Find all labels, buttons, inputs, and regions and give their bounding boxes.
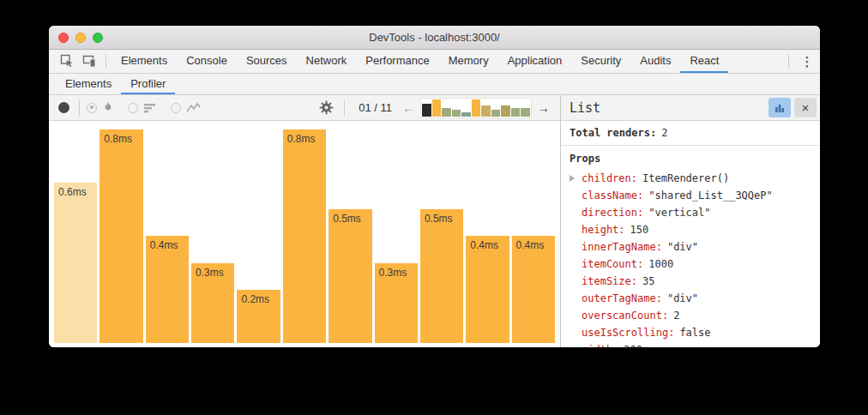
prop-value: "shared_List__3QQeP" — [648, 189, 773, 201]
render-bar-5[interactable]: 0.2ms — [237, 290, 280, 343]
toolbar-divider — [344, 100, 345, 116]
render-bar-9[interactable]: 0.5ms — [420, 209, 463, 343]
render-bar-label: 0.2ms — [241, 293, 269, 305]
toolbar-divider — [79, 100, 80, 116]
minimap-bar-2[interactable] — [432, 99, 442, 117]
render-bar-label: 0.8ms — [287, 133, 316, 145]
toolbar-divider — [105, 54, 106, 69]
render-bar-1[interactable]: 0.6ms — [54, 183, 97, 343]
prop-row-direction: direction:"vertical" — [570, 204, 811, 221]
tab-performance[interactable]: Performance — [356, 50, 438, 73]
subtab-elements[interactable]: Elements — [56, 74, 121, 94]
render-bar-10[interactable]: 0.4ms — [466, 236, 509, 343]
minimize-window-button[interactable] — [75, 33, 86, 43]
minimap-bar-1[interactable] — [422, 104, 431, 117]
minimap-bar-3[interactable] — [442, 108, 451, 117]
interactions-radio[interactable] — [171, 103, 181, 113]
next-snapshot-button[interactable]: → — [533, 101, 553, 114]
prop-value: 150 — [630, 224, 649, 236]
prop-row-outerTagName: outerTagName:"div" — [570, 290, 811, 307]
minimap-bar-4[interactable] — [452, 110, 461, 116]
tab-security[interactable]: Security — [571, 50, 630, 73]
react-profiler-content: 01 / 11 ← → 0.6ms0.8ms0.4ms0.3ms0.2ms0.8… — [49, 95, 820, 347]
prop-value: "div" — [667, 241, 698, 253]
flamegraph-icon — [102, 101, 114, 114]
tab-memory[interactable]: Memory — [439, 50, 498, 73]
prop-value: 2 — [673, 310, 679, 322]
render-bar-label: 0.6ms — [58, 186, 87, 198]
inspect-cursor-icon — [60, 54, 75, 69]
prop-row-useIsScrolling: useIsScrolling:false — [570, 324, 811, 341]
render-bar-label: 0.4ms — [516, 239, 545, 251]
prop-key: itemSize: — [582, 275, 637, 287]
prop-row-height: height:150 — [570, 221, 811, 238]
window-title: DevTools - localhost:3000/ — [369, 31, 499, 44]
tab-audits[interactable]: Audits — [630, 50, 680, 73]
prop-row-children: children:ItemRenderer() — [570, 170, 811, 187]
render-bar-label: 0.5ms — [333, 213, 361, 225]
devtools-tabbar: ElementsConsoleSourcesNetworkPerformance… — [49, 50, 820, 74]
prop-value: 1000 — [648, 258, 673, 270]
tab-sources[interactable]: Sources — [237, 50, 297, 73]
tab-elements[interactable]: Elements — [112, 50, 177, 73]
minimap-bar-6[interactable] — [472, 99, 481, 117]
subtab-profiler[interactable]: Profiler — [121, 74, 175, 94]
render-bar-2[interactable]: 0.8ms — [99, 129, 142, 343]
render-bar-3[interactable]: 0.4ms — [146, 236, 189, 343]
minimap-bar-5[interactable] — [461, 112, 471, 117]
render-bar-label: 0.3ms — [196, 267, 224, 279]
render-bar-label: 0.8ms — [104, 133, 132, 145]
prop-row-width: width:300 — [570, 341, 811, 347]
props-section: Props children:ItemRenderer()className:"… — [561, 146, 820, 347]
flamegraph-radio[interactable] — [87, 103, 97, 113]
props-list: children:ItemRenderer()className:"shared… — [570, 170, 811, 347]
profiler-toolbar: 01 / 11 ← → — [49, 95, 560, 121]
minimap-bar-7[interactable] — [481, 105, 491, 117]
render-bar-6[interactable]: 0.8ms — [283, 129, 326, 343]
prop-row-itemSize: itemSize:35 — [570, 273, 811, 290]
close-details-button[interactable]: × — [794, 98, 817, 117]
interactions-chart-icon — [186, 102, 202, 114]
render-bar-7[interactable]: 0.5ms — [329, 209, 371, 343]
prop-key: itemCount: — [582, 258, 643, 270]
traffic-lights — [58, 26, 103, 49]
prop-key: width: — [582, 344, 618, 347]
render-duration-chart: 0.6ms0.8ms0.4ms0.3ms0.2ms0.8ms0.5ms0.3ms… — [49, 121, 560, 347]
component-chart-button[interactable] — [769, 98, 791, 117]
toolbar-divider — [788, 54, 789, 69]
total-renders-label: Total renders: — [570, 127, 656, 139]
inspect-element-button[interactable] — [56, 50, 78, 73]
render-bar-11[interactable]: 0.4ms — [512, 236, 555, 343]
render-bar-8[interactable]: 0.3ms — [375, 263, 418, 343]
prop-value: "vertical" — [648, 207, 710, 219]
record-button[interactable] — [58, 102, 69, 113]
minimap-bar-8[interactable] — [491, 110, 501, 116]
prop-value: "div" — [667, 292, 698, 304]
tab-console[interactable]: Console — [177, 50, 237, 73]
total-renders-value: 2 — [661, 127, 667, 139]
minimap-bar-10[interactable] — [511, 108, 521, 117]
ranked-chart-icon — [143, 102, 157, 114]
tab-network[interactable]: Network — [297, 50, 357, 73]
prop-row-itemCount: itemCount:1000 — [570, 256, 811, 273]
zoom-window-button[interactable] — [93, 33, 103, 43]
commit-bars: 0.6ms0.8ms0.4ms0.3ms0.2ms0.8ms0.5ms0.3ms… — [54, 129, 555, 343]
ranked-radio[interactable] — [128, 103, 138, 113]
snapshot-counter: 01 / 11 — [359, 101, 392, 114]
tab-react[interactable]: React — [680, 50, 728, 73]
more-options-button[interactable]: ⋮ — [794, 50, 820, 73]
minimap-bar-9[interactable] — [501, 105, 510, 117]
render-bar-label: 0.3ms — [379, 267, 407, 279]
settings-button[interactable] — [315, 100, 337, 115]
snapshot-minimap[interactable] — [420, 98, 532, 118]
prop-key: children: — [582, 172, 637, 184]
tab-application[interactable]: Application — [498, 50, 572, 73]
render-bar-4[interactable]: 0.3ms — [191, 263, 234, 343]
devtools-window: DevTools - localhost:3000/ ElementsConso… — [49, 26, 820, 347]
device-toolbar-button[interactable] — [78, 50, 100, 73]
expand-arrow-icon[interactable] — [570, 175, 582, 182]
close-window-button[interactable] — [58, 33, 69, 43]
minimap-bar-11[interactable] — [521, 108, 530, 117]
previous-snapshot-button[interactable]: ← — [399, 101, 419, 114]
prop-value: ItemRenderer() — [642, 172, 729, 184]
